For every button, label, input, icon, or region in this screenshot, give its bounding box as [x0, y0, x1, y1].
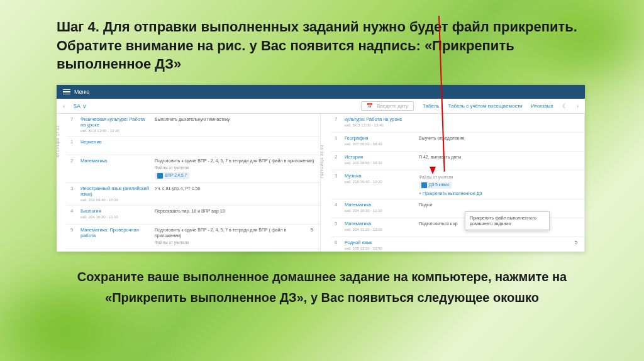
calendar-icon: 📅	[367, 103, 373, 109]
step-title: Шаг 4. Для отправки выполненных заданий …	[57, 18, 587, 74]
file-chip[interactable]: ВПР 2,4,5,7	[155, 172, 189, 179]
tab-final[interactable]: Итоговые	[531, 103, 553, 109]
lesson-hw: Файлы от учителя ДЗ 5 класс + Прикрепить…	[419, 173, 580, 196]
grade: 5	[308, 227, 316, 246]
lesson-num: 2	[335, 154, 340, 167]
lesson-row: 5 Математика: Проверочная работа Подгото…	[67, 225, 320, 249]
hamburger-icon[interactable]	[63, 89, 70, 95]
lesson-hw: Выполнить дыхательную гимнастику	[155, 116, 316, 133]
lesson-name[interactable]: Иностранный язык (английский язык) каб. …	[80, 186, 150, 203]
lesson-hw: Подготовить к сдаче ВПР - 2, 4, 5, 7 в т…	[155, 227, 303, 246]
lesson-name[interactable]: Музыка каб. 218 09:40 - 10:20	[345, 173, 414, 196]
lesson-num: 1	[70, 139, 75, 152]
lesson-row: 1 География каб. 207 08:00 - 08:40 Выучи…	[331, 133, 584, 152]
date-input[interactable]: 📅 Введите дату	[361, 101, 414, 111]
lesson-name[interactable]: Биология каб. 204 10:30 - 11:10	[80, 208, 150, 221]
lesson-name[interactable]: Математика	[80, 158, 150, 180]
lesson-name[interactable]: Математика каб. 204 11:20 - 12:00	[345, 221, 414, 234]
lesson-row: 6 Родной язык каб. 105 12:10 - 12:50 5	[331, 237, 584, 252]
lesson-name[interactable]: культура: Работа на уроке каб. БСЗ 12:00…	[345, 116, 414, 130]
lesson-num: 1	[335, 135, 340, 148]
lesson-hw: Уч. с.91-упр.4, РТ с.56	[155, 186, 316, 203]
lesson-row: 1 Черчение	[67, 136, 320, 155]
lesson-num: 4	[335, 202, 340, 215]
lesson-row: 3 Иностранный язык (английский язык) каб…	[67, 183, 320, 206]
lesson-num: 7	[335, 116, 340, 130]
lesson-row: 7 Физическая культура: Работа на уроке к…	[67, 114, 320, 136]
lesson-num: 2	[70, 158, 75, 180]
file-icon	[421, 182, 427, 188]
attach-tooltip: Прикрепить файл выполненного домашнего з…	[465, 211, 550, 230]
file-icon	[157, 173, 163, 179]
toolbar: ‹ 5А ∨ 📅 Введите дату Табель Табель с уч…	[57, 99, 585, 114]
lesson-num: 6	[335, 240, 340, 252]
red-arrow-annotation	[438, 16, 440, 173]
lesson-hw: Подготовить к сдаче ВПР - 2, 4, 5, 7 в т…	[155, 158, 316, 180]
grade: 5	[572, 240, 580, 252]
lesson-name[interactable]: Математика: Проверочная работа	[80, 227, 150, 246]
lesson-name[interactable]: Родной язык каб. 105 12:10 - 12:50	[345, 240, 414, 252]
lesson-name[interactable]: Черчение	[80, 139, 150, 152]
day-label: ПЯТНИЦА 20.03	[320, 145, 324, 178]
file-chip[interactable]: ДЗ 5 класс	[419, 182, 452, 189]
menu-label[interactable]: Меню	[74, 89, 89, 95]
lesson-num: 7	[70, 116, 75, 133]
lesson-hw: Пересказать пар. 16 и ВПР вар 10	[155, 208, 316, 221]
lesson-num: 3	[70, 186, 75, 203]
tab-attendance[interactable]: Табель с учётом посещаемости	[448, 103, 522, 109]
schedule-left: ВТОРНИК 17.03 7 Физическая культура: Раб…	[57, 114, 321, 252]
prev-button[interactable]: ‹	[63, 103, 65, 109]
lesson-num: 3	[335, 173, 340, 196]
schedule-right: ПЯТНИЦА 20.03 7 культура: Работа на урок…	[321, 114, 585, 252]
class-selector[interactable]: 5А ∨	[74, 103, 87, 109]
lesson-num: 4	[70, 208, 75, 221]
lesson-name[interactable]: Математика каб. 204 10:30 - 11:10	[345, 202, 414, 215]
lesson-name[interactable]: История каб. 205 08:50 - 09:30	[345, 154, 414, 167]
lesson-row: 2 Математика Подготовить к сдаче ВПР - 2…	[67, 155, 320, 183]
attach-homework-button[interactable]: + Прикрепить выполненное ДЗ	[419, 191, 580, 196]
lesson-row: 2 История каб. 205 08:50 - 09:30 П 42, в…	[331, 152, 584, 170]
next-button[interactable]: ›	[577, 103, 579, 109]
lesson-row: 4 Биология каб. 204 10:30 - 11:10 Переск…	[67, 206, 320, 225]
tab-tabel[interactable]: Табель	[423, 103, 440, 109]
day-label: ВТОРНИК 17.03	[57, 125, 60, 157]
date-placeholder: Введите дату	[377, 103, 408, 109]
lesson-name[interactable]: Физическая культура: Работа на уроке каб…	[80, 116, 150, 133]
lesson-num: 5	[335, 221, 340, 234]
lesson-name[interactable]: География каб. 207 08:00 - 08:40	[345, 135, 414, 148]
app-screenshot: Меню ‹ 5А ∨ 📅 Введите дату Табель Табель…	[57, 85, 585, 252]
lesson-row: 3 Музыка каб. 218 09:40 - 10:20 Файлы от…	[331, 170, 584, 199]
lesson-row: 7 культура: Работа на уроке каб. БСЗ 12:…	[331, 114, 584, 133]
moon-icon[interactable]: ☾	[562, 103, 568, 109]
menu-bar: Меню	[57, 85, 585, 99]
lesson-num: 5	[70, 227, 75, 246]
instruction-text: Сохраните ваше выполненное домашнее зада…	[57, 267, 587, 308]
